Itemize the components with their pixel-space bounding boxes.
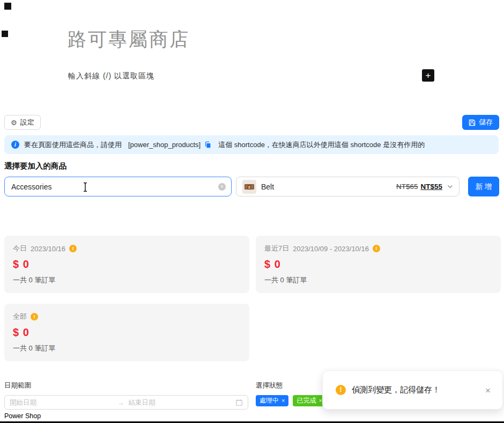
stat-card-today: 今日 2023/10/16 ! $ 0 一共 0 筆訂單 (4, 236, 249, 293)
save-label: 儲存 (479, 118, 493, 127)
toast-notification: ! 偵測到變更，記得儲存！ × (322, 370, 503, 410)
save-icon (469, 119, 476, 126)
date-range-label: 日期範圍 (4, 381, 31, 390)
add-product-button[interactable]: 新 增 (468, 177, 499, 196)
start-date-input[interactable] (10, 399, 114, 406)
block-placeholder-hint[interactable]: 輸入斜線 (/) 以選取區塊 (68, 71, 154, 81)
stat-header: 最近7日 2023/10/09 - 2023/10/16 ! (264, 244, 492, 253)
copy-icon[interactable] (204, 141, 212, 149)
stat-amount: $ 0 (13, 258, 241, 271)
plus-icon: + (426, 70, 431, 81)
status-select-label: 選擇狀態 (256, 381, 283, 390)
gear-icon: ⚙ (11, 119, 17, 127)
info-icon: i (11, 141, 19, 149)
end-date-input[interactable] (129, 399, 233, 406)
stat-date: 2023/10/16 (31, 245, 65, 253)
product-search: × (4, 177, 232, 196)
price-original: NT$65 (396, 183, 418, 191)
date-range-picker[interactable]: → (4, 395, 248, 410)
tag-close-icon[interactable]: × (281, 398, 285, 404)
stat-orders: 一共 0 筆訂單 (264, 275, 492, 285)
page-title[interactable]: 路可專屬商店 (68, 27, 190, 52)
product-name: Belt (261, 183, 274, 191)
stat-card-week: 最近7日 2023/10/09 - 2023/10/16 ! $ 0 一共 0 … (256, 236, 501, 293)
stat-orders: 一共 0 筆訂單 (13, 275, 241, 285)
arrow-right-icon: → (118, 399, 124, 406)
stat-info-icon[interactable]: ! (373, 245, 380, 252)
tag-completed[interactable]: 已完成 × (293, 395, 325, 406)
toast-message: 偵測到變更，記得儲存！ (352, 385, 440, 395)
toast-close-icon[interactable]: × (485, 385, 491, 395)
product-section-label: 選擇要加入的商品 (4, 161, 66, 171)
settings-button[interactable]: ⚙ 設定 (4, 115, 41, 130)
info-banner: i 要在頁面使用這些商品，請使用 [power_shop_products] 這… (4, 135, 499, 154)
stat-date: 2023/10/09 - 2023/10/16 (293, 245, 369, 253)
stat-label: 今日 (13, 244, 27, 253)
status-tags: 處理中 × 已完成 × (256, 395, 326, 406)
chevron-down-icon (447, 185, 453, 188)
tag-label: 處理中 (260, 396, 279, 405)
tag-label: 已完成 (297, 396, 316, 405)
stat-label: 全部 (13, 312, 27, 322)
calendar-icon (235, 399, 243, 406)
shortcode: [power_shop_products] (128, 141, 201, 149)
add-block-button[interactable]: + (422, 69, 434, 82)
footer-brand: Power Shop (4, 412, 41, 420)
text-cursor-icon (82, 182, 88, 192)
stat-amount: $ 0 (13, 326, 241, 339)
price-sale: NT$55 (420, 183, 442, 191)
stat-header: 今日 2023/10/16 ! (13, 244, 241, 253)
banner-text-after: 這個 shortcode，在快速商店以外使用這個 shortcode 是沒有作用… (218, 140, 425, 150)
banner-text-before: 要在頁面使用這些商品，請使用 (24, 140, 122, 150)
stat-info-icon[interactable]: ! (69, 245, 77, 252)
stat-header: 全部 ! (13, 312, 241, 322)
settings-label: 設定 (20, 118, 34, 127)
product-select[interactable]: Belt NT$65 NT$55 (236, 177, 459, 196)
tag-close-icon[interactable]: × (318, 398, 322, 404)
stat-amount: $ 0 (264, 258, 492, 271)
corner-block (4, 3, 11, 10)
save-button[interactable]: 儲存 (462, 115, 499, 130)
stat-card-all: 全部 ! $ 0 一共 0 筆訂單 (4, 304, 249, 361)
belt-image (244, 184, 254, 189)
clear-icon[interactable]: × (218, 183, 226, 191)
search-input[interactable] (5, 177, 231, 196)
stat-label: 最近7日 (264, 244, 289, 253)
product-thumbnail (242, 180, 256, 194)
corner-block-2 (2, 31, 8, 37)
toast-warning-icon: ! (336, 385, 346, 395)
banner-text: 要在頁面使用這些商品，請使用 [power_shop_products] 這個 … (24, 140, 425, 150)
tag-processing[interactable]: 處理中 × (256, 395, 288, 406)
stat-orders: 一共 0 筆訂單 (13, 344, 241, 353)
stat-info-icon[interactable]: ! (31, 313, 38, 320)
